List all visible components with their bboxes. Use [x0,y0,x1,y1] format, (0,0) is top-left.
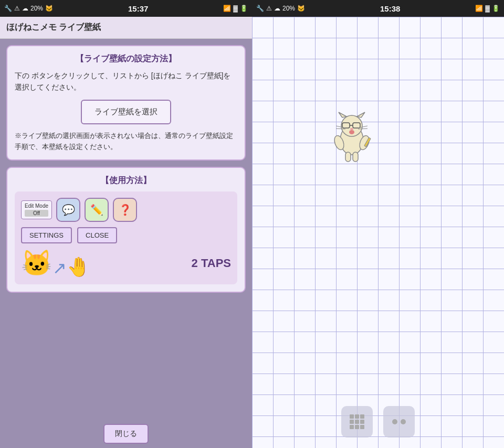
svg-point-27 [392,419,397,424]
wifi-icon-right: 📶 [475,5,483,12]
left-content: 【ライブ壁紙の設定方法】 下の ボタンをクリックして、リストから [ほげねこ ラ… [0,39,252,420]
cloud-icon: ☁ [22,5,28,12]
svg-rect-25 [355,425,359,429]
svg-marker-12 [357,112,365,118]
status-icons-right-panel-left: 🔧 ⚠ ☁ 20% 🐱 [256,5,305,12]
status-icons-left: 🔧 ⚠ ☁ 20% 🐱 [4,5,53,12]
app-title: ほげねこメモ ライブ壁紙 [6,23,101,31]
left-panel: 🔧 ⚠ ☁ 20% 🐱 15:37 📶 ▓ 🔋 ほげねこメモ ライブ壁紙 【ライ… [0,0,252,448]
off-label: Off [25,210,48,217]
svg-rect-20 [360,414,364,419]
svg-rect-14 [353,152,358,162]
svg-rect-22 [355,420,359,424]
cat-hand-illustration: 🐱 [21,249,52,278]
speech-bubble-icon: 💬 [56,198,80,222]
battery-pct-right: 20% [282,5,295,12]
arrow-icon: ↗ [52,258,67,278]
close-button[interactable]: CLOSE [77,227,117,243]
svg-point-6 [349,130,354,134]
wrench-icon: 🔧 [4,5,12,12]
cloud-icon-right: ☁ [274,5,280,12]
settings-card-title: 【ライブ壁紙の設定方法】 [15,54,237,65]
edit-mode-label: Edit Mode [25,203,48,209]
settings-button[interactable]: SETTINGS [21,227,72,243]
settings-card: 【ライブ壁紙の設定方法】 下の ボタンをクリックして、リストから [ほげねこ ラ… [6,45,246,161]
usage-illustration: Edit Mode Off 💬 ✏️ ❓ SETTINGS CLOSE [15,191,237,284]
app-title-bar: ほげねこメモ ライブ壁紙 [0,17,252,39]
usage-taps-row: 🐱 ↗ 🤚 2 TAPS [21,249,231,278]
time-right: 15:38 [380,4,400,13]
dock-icon-apps[interactable] [341,406,373,438]
wifi-icon-left: 📶 [223,5,231,12]
svg-rect-21 [350,420,354,424]
alert-icon: ⚠ [14,5,20,12]
edit-mode-box: Edit Mode Off [21,200,52,219]
svg-rect-24 [350,425,354,429]
select-wallpaper-button[interactable]: ライブ壁紙を選択 [81,100,171,124]
usage-icons-row: Edit Mode Off 💬 ✏️ ❓ [21,198,231,222]
svg-rect-18 [350,414,354,419]
wallpaper-grid [252,17,504,448]
wallpaper-cat [331,111,373,166]
svg-point-5 [350,128,353,130]
usage-card-title: 【使用方法】 [15,175,237,186]
status-icons-right-left: 📶 ▓ 🔋 [223,5,248,12]
cat-icon: 🐱 [45,5,53,12]
status-bar-left: 🔧 ⚠ ☁ 20% 🐱 15:37 📶 ▓ 🔋 [0,0,252,17]
alert-icon-right: ⚠ [266,5,272,12]
svg-rect-13 [345,152,351,162]
help-icon: ❓ [113,198,137,222]
right-panel: 🔧 ⚠ ☁ 20% 🐱 15:38 📶 ▓ 🔋 [252,0,504,448]
settings-card-body: 下の ボタンをクリックして、リストから [ほげねこ ライブ壁紙]を選択してくださ… [15,70,237,93]
signal-icon-left: ▓ [233,5,238,12]
svg-rect-26 [360,425,364,429]
usage-buttons-row: SETTINGS CLOSE [21,227,231,243]
svg-point-28 [401,419,406,424]
hand-icon: 🤚 [67,256,90,278]
svg-rect-23 [360,420,364,424]
status-bar-right: 🔧 ⚠ ☁ 20% 🐱 15:38 📶 ▓ 🔋 [252,0,504,17]
taps-label: 2 TAPS [90,257,231,270]
bottom-btn-area: 閉じる [0,420,252,448]
battery-pct-left: 20% [30,5,43,12]
status-icons-right-panel-right: 📶 ▓ 🔋 [475,5,500,12]
svg-rect-19 [355,414,359,419]
cat-icon-right: 🐱 [297,5,305,12]
hand-cat-area: 🐱 ↗ 🤚 [21,249,90,278]
svg-marker-11 [339,112,346,118]
battery-icon-left: 🔋 [240,5,248,12]
bottom-dock [341,406,415,438]
battery-icon-right: 🔋 [492,5,500,12]
edit-icon: ✏️ [85,198,109,222]
wrench-icon-right: 🔧 [256,5,264,12]
signal-icon-right: ▓ [485,5,490,12]
usage-card: 【使用方法】 Edit Mode Off 💬 ✏️ ❓ SETTINGS CLO… [6,167,246,293]
close-bottom-button[interactable]: 閉じる [103,424,149,444]
dock-icon-extra[interactable] [383,406,415,438]
settings-card-note: ※ライブ壁紙の選択画面が表示されない場合は、通常のライブ壁紙設定手順で、本壁紙を… [15,131,237,153]
time-left: 15:37 [128,4,148,13]
